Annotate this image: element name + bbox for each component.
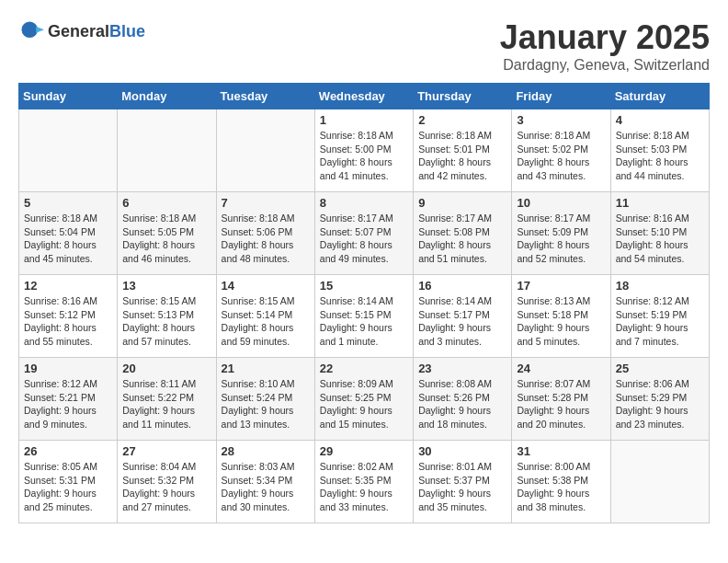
calendar-cell: 30Sunrise: 8:01 AM Sunset: 5:37 PM Dayli… xyxy=(414,441,512,523)
day-of-week-header: Saturday xyxy=(610,84,709,109)
day-of-week-header: Sunday xyxy=(19,84,118,109)
day-of-week-header: Tuesday xyxy=(216,84,314,109)
day-number: 13 xyxy=(122,279,210,293)
day-number: 5 xyxy=(24,196,112,210)
day-of-week-header: Wednesday xyxy=(314,84,413,109)
day-info: Sunrise: 8:12 AM Sunset: 5:19 PM Dayligh… xyxy=(616,294,704,349)
calendar-cell: 18Sunrise: 8:12 AM Sunset: 5:19 PM Dayli… xyxy=(610,275,709,358)
calendar-week-row: 26Sunrise: 8:05 AM Sunset: 5:31 PM Dayli… xyxy=(19,441,710,523)
calendar-cell: 26Sunrise: 8:05 AM Sunset: 5:31 PM Dayli… xyxy=(19,441,118,523)
day-number: 1 xyxy=(320,113,408,127)
day-number: 11 xyxy=(616,196,704,210)
day-number: 24 xyxy=(517,362,605,375)
day-number: 3 xyxy=(517,113,605,127)
day-number: 4 xyxy=(616,113,704,127)
calendar-cell: 13Sunrise: 8:15 AM Sunset: 5:13 PM Dayli… xyxy=(118,275,216,358)
calendar-cell xyxy=(118,109,216,192)
day-number: 14 xyxy=(222,279,310,293)
day-number: 23 xyxy=(418,362,506,375)
day-info: Sunrise: 8:15 AM Sunset: 5:13 PM Dayligh… xyxy=(122,294,210,349)
logo-text-general: General xyxy=(48,22,109,40)
day-number: 12 xyxy=(24,279,112,293)
logo: GeneralBlue xyxy=(18,18,145,44)
calendar-cell: 4Sunrise: 8:18 AM Sunset: 5:03 PM Daylig… xyxy=(610,109,709,192)
day-info: Sunrise: 8:09 AM Sunset: 5:25 PM Dayligh… xyxy=(320,377,408,431)
calendar-cell: 31Sunrise: 8:00 AM Sunset: 5:38 PM Dayli… xyxy=(512,441,610,523)
day-number: 9 xyxy=(418,196,506,210)
day-info: Sunrise: 8:17 AM Sunset: 5:09 PM Dayligh… xyxy=(517,212,605,266)
day-number: 29 xyxy=(320,444,408,458)
calendar-cell: 3Sunrise: 8:18 AM Sunset: 5:02 PM Daylig… xyxy=(512,109,610,192)
calendar-week-row: 19Sunrise: 8:12 AM Sunset: 5:21 PM Dayli… xyxy=(19,358,710,441)
calendar-cell: 17Sunrise: 8:13 AM Sunset: 5:18 PM Dayli… xyxy=(512,275,610,358)
svg-point-0 xyxy=(22,22,39,39)
calendar-cell: 7Sunrise: 8:18 AM Sunset: 5:06 PM Daylig… xyxy=(216,192,314,275)
title-area: January 2025 Dardagny, Geneva, Switzerla… xyxy=(500,18,710,74)
calendar-cell: 28Sunrise: 8:03 AM Sunset: 5:34 PM Dayli… xyxy=(216,441,314,523)
calendar-cell: 6Sunrise: 8:18 AM Sunset: 5:05 PM Daylig… xyxy=(118,192,216,275)
day-info: Sunrise: 8:18 AM Sunset: 5:05 PM Dayligh… xyxy=(122,212,210,266)
logo-icon xyxy=(18,18,44,44)
day-number: 30 xyxy=(418,444,506,458)
page-header: GeneralBlue January 2025 Dardagny, Genev… xyxy=(18,18,710,74)
day-number: 2 xyxy=(418,113,506,127)
day-info: Sunrise: 8:10 AM Sunset: 5:24 PM Dayligh… xyxy=(222,377,310,431)
day-number: 6 xyxy=(122,196,210,210)
calendar-cell xyxy=(610,441,709,523)
calendar-cell: 19Sunrise: 8:12 AM Sunset: 5:21 PM Dayli… xyxy=(19,358,118,441)
day-info: Sunrise: 8:16 AM Sunset: 5:10 PM Dayligh… xyxy=(616,212,704,266)
day-info: Sunrise: 8:00 AM Sunset: 5:38 PM Dayligh… xyxy=(517,460,605,514)
calendar-header-row: SundayMondayTuesdayWednesdayThursdayFrid… xyxy=(19,84,710,109)
day-info: Sunrise: 8:17 AM Sunset: 5:07 PM Dayligh… xyxy=(320,212,408,266)
calendar-week-row: 1Sunrise: 8:18 AM Sunset: 5:00 PM Daylig… xyxy=(19,109,710,192)
day-info: Sunrise: 8:17 AM Sunset: 5:08 PM Dayligh… xyxy=(418,212,506,266)
calendar-cell: 23Sunrise: 8:08 AM Sunset: 5:26 PM Dayli… xyxy=(414,358,512,441)
day-info: Sunrise: 8:05 AM Sunset: 5:31 PM Dayligh… xyxy=(24,460,112,514)
calendar-week-row: 5Sunrise: 8:18 AM Sunset: 5:04 PM Daylig… xyxy=(19,192,710,275)
day-number: 10 xyxy=(517,196,605,210)
day-number: 25 xyxy=(616,362,704,375)
day-info: Sunrise: 8:08 AM Sunset: 5:26 PM Dayligh… xyxy=(418,377,506,431)
day-number: 21 xyxy=(222,362,310,375)
day-number: 31 xyxy=(517,444,605,458)
calendar-cell: 29Sunrise: 8:02 AM Sunset: 5:35 PM Dayli… xyxy=(314,441,413,523)
day-info: Sunrise: 8:11 AM Sunset: 5:22 PM Dayligh… xyxy=(122,377,210,431)
day-number: 8 xyxy=(320,196,408,210)
day-info: Sunrise: 8:15 AM Sunset: 5:14 PM Dayligh… xyxy=(222,294,310,349)
svg-marker-1 xyxy=(36,27,44,33)
day-info: Sunrise: 8:13 AM Sunset: 5:18 PM Dayligh… xyxy=(517,294,605,349)
day-info: Sunrise: 8:06 AM Sunset: 5:29 PM Dayligh… xyxy=(616,377,704,431)
day-info: Sunrise: 8:18 AM Sunset: 5:04 PM Dayligh… xyxy=(24,212,112,266)
calendar-cell: 12Sunrise: 8:16 AM Sunset: 5:12 PM Dayli… xyxy=(19,275,118,358)
calendar-cell: 14Sunrise: 8:15 AM Sunset: 5:14 PM Dayli… xyxy=(216,275,314,358)
day-info: Sunrise: 8:18 AM Sunset: 5:01 PM Dayligh… xyxy=(418,129,506,183)
day-number: 15 xyxy=(320,279,408,293)
day-info: Sunrise: 8:07 AM Sunset: 5:28 PM Dayligh… xyxy=(517,377,605,431)
calendar-cell xyxy=(216,109,314,192)
day-number: 19 xyxy=(24,362,112,375)
day-of-week-header: Thursday xyxy=(414,84,512,109)
day-number: 7 xyxy=(222,196,310,210)
day-number: 26 xyxy=(24,444,112,458)
calendar-cell: 9Sunrise: 8:17 AM Sunset: 5:08 PM Daylig… xyxy=(414,192,512,275)
day-info: Sunrise: 8:16 AM Sunset: 5:12 PM Dayligh… xyxy=(24,294,112,349)
day-number: 28 xyxy=(222,444,310,458)
calendar-table: SundayMondayTuesdayWednesdayThursdayFrid… xyxy=(18,83,710,523)
day-info: Sunrise: 8:12 AM Sunset: 5:21 PM Dayligh… xyxy=(24,377,112,431)
day-number: 22 xyxy=(320,362,408,375)
day-info: Sunrise: 8:18 AM Sunset: 5:02 PM Dayligh… xyxy=(517,129,605,183)
day-info: Sunrise: 8:03 AM Sunset: 5:34 PM Dayligh… xyxy=(222,460,310,514)
day-info: Sunrise: 8:18 AM Sunset: 5:06 PM Dayligh… xyxy=(222,212,310,266)
calendar-cell: 5Sunrise: 8:18 AM Sunset: 5:04 PM Daylig… xyxy=(19,192,118,275)
day-number: 18 xyxy=(616,279,704,293)
calendar-cell: 11Sunrise: 8:16 AM Sunset: 5:10 PM Dayli… xyxy=(610,192,709,275)
calendar-cell: 21Sunrise: 8:10 AM Sunset: 5:24 PM Dayli… xyxy=(216,358,314,441)
day-info: Sunrise: 8:04 AM Sunset: 5:32 PM Dayligh… xyxy=(122,460,210,514)
month-title: January 2025 xyxy=(500,18,710,57)
day-of-week-header: Monday xyxy=(118,84,216,109)
calendar-cell: 24Sunrise: 8:07 AM Sunset: 5:28 PM Dayli… xyxy=(512,358,610,441)
calendar-cell: 1Sunrise: 8:18 AM Sunset: 5:00 PM Daylig… xyxy=(314,109,413,192)
calendar-body: 1Sunrise: 8:18 AM Sunset: 5:00 PM Daylig… xyxy=(19,109,710,523)
logo-text-blue: Blue xyxy=(109,22,145,40)
day-info: Sunrise: 8:18 AM Sunset: 5:03 PM Dayligh… xyxy=(616,129,704,183)
